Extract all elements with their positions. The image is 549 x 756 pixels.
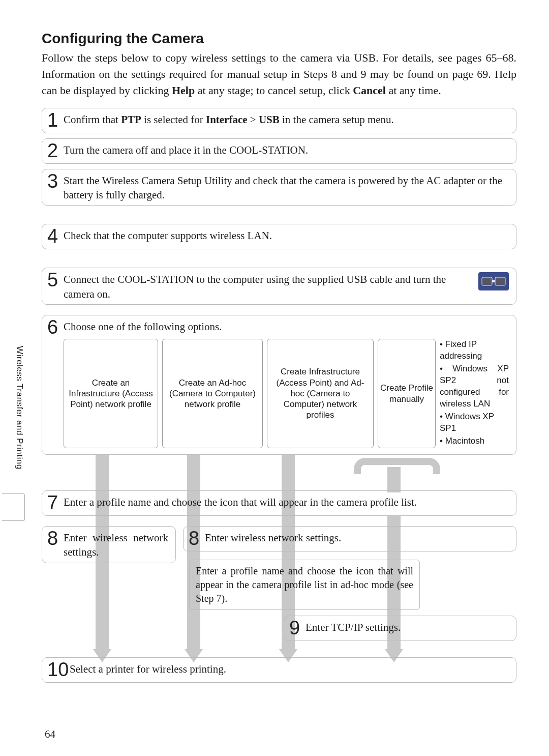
thumb-tab [2,493,25,521]
step-text: Choose one of the following options. [64,318,509,334]
step-number: 8 [189,529,205,548]
step-text: Enter a profile name and choose the icon… [64,494,509,509]
svg-rect-1 [495,277,505,285]
adhoc-note: Enter a profile name and choose the icon… [189,560,420,610]
step-number: 10 [47,660,70,679]
step-1: 1 Confirm that PTP is selected for Inter… [42,108,516,133]
page-number: 64 [45,728,55,741]
step-text: Select a printer for wireless printing. [70,661,509,676]
step-4: 4 Check that the computer supports wirel… [42,224,516,249]
flow-arrow [187,455,200,650]
step-10: 10 Select a printer for wireless printin… [42,657,516,683]
step-8-left: 8 Enter wireless network settings. [42,526,176,563]
flow-diagram: 7 Enter a profile name and choose the ic… [42,460,516,730]
sidebar-section-label: Wireless Transfer and Printing [14,346,24,470]
step-text: Start the Wireless Camera Setup Utility … [64,172,509,202]
step-text: Check that the computer supports wireles… [64,227,509,243]
usb-illustration-icon [478,272,509,290]
step-text: Turn the camera off and place it in the … [64,142,509,157]
step-number: 8 [47,529,64,548]
step-text: Enter wireless network settings. [205,530,509,545]
step-3: 3 Start the Wireless Camera Setup Utilit… [42,169,516,206]
manual-sidenote: • Fixed IP addressing • Windows XP SP2 n… [440,339,509,448]
step-number: 1 [47,110,64,130]
help-keyword: Help [172,84,195,97]
step-text: Confirm that PTP is selected for Interfa… [64,111,509,127]
cancel-keyword: Cancel [353,84,386,97]
intro-text: at any time. [386,84,441,97]
svg-rect-2 [492,280,495,282]
intro-paragraph: Follow the steps below to copy wireless … [42,50,516,99]
step-number: 6 [47,317,64,337]
step-2: 2 Turn the camera off and place it in th… [42,138,516,164]
svg-rect-0 [482,277,492,285]
option-both: Create Infrastructure (Access Point) and… [267,339,374,448]
step-5: 5 Connect the COOL-STATION to the comput… [42,268,516,305]
flow-arrow [387,467,401,492]
step-8-right: 8 Enter wireless network settings. [183,526,516,551]
step-text: Enter wireless network settings. [64,530,168,560]
step-9: 9 Enter TCP/IP settings. [284,616,516,641]
step-number: 2 [47,141,64,160]
intro-text: at any stage; to cancel setup, click [195,84,353,97]
page-title: Configuring the Camera [42,31,516,47]
step-7: 7 Enter a profile name and choose the ic… [42,490,516,516]
option-manual: Create Profile manually [378,339,436,448]
option-infrastructure: Create an Infrastructure (Access Point) … [64,339,158,448]
step-6: 6 Choose one of the following options. C… [42,315,516,455]
step-number: 4 [47,226,64,246]
step-text: Connect the COOL-STATION to the computer… [64,271,473,301]
step-text: Enter TCP/IP settings. [306,619,509,634]
option-adhoc: Create an Ad-hoc (Camera to Computer) ne… [162,339,263,448]
option-row: Create an Infrastructure (Access Point) … [64,339,509,448]
step-number: 7 [47,493,64,512]
step-number: 9 [289,618,306,637]
step-number: 5 [47,270,64,289]
step-number: 3 [47,171,64,191]
